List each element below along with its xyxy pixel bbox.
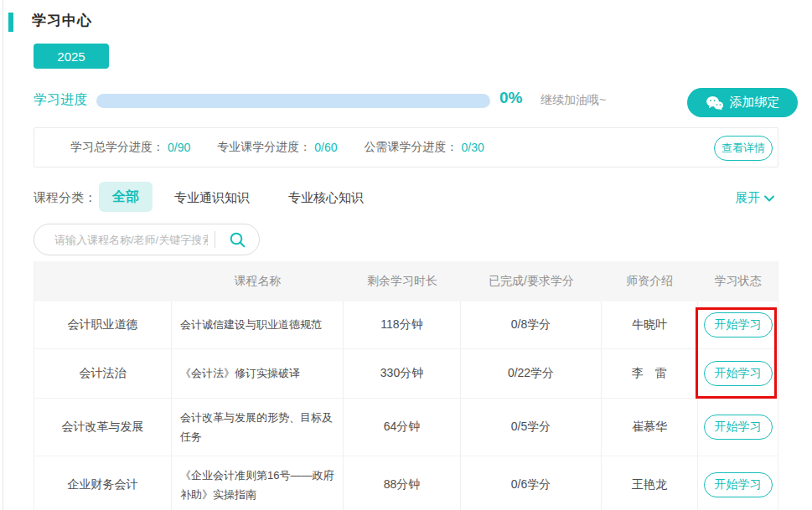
course-table: 课程名称 剩余学习时长 已完成/要求学分 师资介绍 学习状态 会计职业道德 会计… [34, 261, 778, 510]
cell-category: 企业财务会计 [34, 456, 172, 510]
cell-duration: 118分钟 [344, 301, 461, 348]
total-credit-progress: 学习总学分进度： 0/90 [70, 140, 190, 155]
major-credit-label: 专业课学分进度： [217, 140, 311, 155]
cell-teacher: 崔慕华 [602, 399, 698, 456]
table-row: 企业财务会计 《企业会计准则第16号——政府补助》实操指南 88分钟 0/6学分… [34, 456, 778, 510]
expand-toggle[interactable]: 展开 [735, 190, 774, 206]
cell-duration: 88分钟 [344, 456, 461, 510]
major-credit-progress: 专业课学分进度： 0/60 [217, 140, 337, 155]
header-remaining-time: 剩余学习时长 [344, 261, 461, 301]
public-credit-label: 公需课学分进度： [365, 140, 458, 155]
header-category [34, 261, 172, 301]
cell-course-name: 《企业会计准则第16号——政府补助》实操指南 [172, 456, 344, 510]
progress-label: 学习进度 [34, 91, 87, 109]
progress-percent: 0% [499, 89, 522, 107]
title-accent-bar [8, 13, 13, 32]
total-credit-label: 学习总学分进度： [70, 140, 164, 155]
expand-label: 展开 [735, 190, 760, 206]
start-learning-button[interactable]: 开始学习 [704, 312, 773, 337]
tab-core-knowledge[interactable]: 专业核心知识 [288, 190, 364, 206]
learning-center-page: 学习中心 2025 学习进度 0% 继续加油哦~ 添加绑定 学习总学分进度： 0… [0, 0, 812, 510]
view-details-button[interactable]: 查看详情 [714, 136, 773, 161]
tab-general-knowledge[interactable]: 专业通识知识 [174, 190, 250, 206]
cell-course-name: 会计改革与发展的形势、目标及任务 [172, 399, 344, 456]
table-row: 会计职业道德 会计诚信建设与职业道德规范 118分钟 0/8学分 牛晓叶 开始学… [34, 301, 778, 349]
progress-encourage-text: 继续加油哦~ [540, 93, 606, 108]
cell-teacher: 牛晓叶 [602, 301, 698, 348]
cell-credit: 0/8学分 [461, 301, 602, 348]
public-credit-progress: 公需课学分进度： 0/30 [365, 140, 484, 155]
start-learning-button[interactable]: 开始学习 [704, 361, 773, 386]
add-binding-label: 添加绑定 [730, 95, 780, 111]
public-credit-value: 0/30 [462, 141, 484, 154]
start-learning-button[interactable]: 开始学习 [704, 415, 773, 440]
cell-duration: 64分钟 [344, 399, 461, 456]
cell-duration: 330分钟 [344, 349, 461, 398]
chevron-down-icon [764, 195, 774, 202]
wechat-icon [706, 95, 724, 111]
course-search-box [34, 224, 260, 255]
page-title: 学习中心 [32, 11, 92, 30]
search-button[interactable] [215, 224, 259, 255]
cell-category: 会计改革与发展 [34, 399, 172, 456]
header-teacher: 师资介绍 [602, 261, 698, 301]
category-filter-label: 课程分类： [34, 190, 96, 206]
total-credit-value: 0/90 [168, 141, 190, 154]
search-icon [229, 231, 246, 249]
cell-teacher: 李 雷 [602, 349, 698, 398]
table-row: 会计改革与发展 会计改革与发展的形势、目标及任务 64分钟 0/5学分 崔慕华 … [34, 399, 778, 456]
progress-bar [96, 94, 490, 108]
table-row: 会计法治 《会计法》修订实操破译 330分钟 0/22学分 李 雷 开始学习 [34, 349, 778, 399]
cell-credit: 0/5学分 [461, 399, 602, 456]
tab-all-courses[interactable]: 全部 [99, 182, 153, 212]
page-left-border [3, 0, 3, 510]
cell-category: 会计法治 [34, 349, 172, 398]
cell-course-name: 《会计法》修订实操破译 [172, 349, 344, 398]
cell-course-name: 会计诚信建设与职业道德规范 [172, 301, 344, 348]
cell-teacher: 王艳龙 [602, 456, 698, 510]
header-study-status: 学习状态 [698, 261, 778, 301]
header-course-name: 课程名称 [172, 261, 344, 301]
cell-category: 会计职业道德 [34, 301, 172, 348]
cell-credit: 0/6学分 [461, 456, 602, 510]
add-binding-button[interactable]: 添加绑定 [687, 88, 798, 117]
major-credit-value: 0/60 [314, 141, 337, 154]
cell-credit: 0/22学分 [461, 349, 602, 398]
year-button[interactable]: 2025 [34, 44, 109, 69]
search-input[interactable] [34, 234, 215, 246]
header-credit-progress: 已完成/要求学分 [461, 261, 602, 301]
table-header-row: 课程名称 剩余学习时长 已完成/要求学分 师资介绍 学习状态 [34, 261, 778, 301]
start-learning-button[interactable]: 开始学习 [704, 472, 773, 497]
credits-summary-card: 学习总学分进度： 0/90 专业课学分进度： 0/60 公需课学分进度： 0/3… [34, 127, 778, 167]
